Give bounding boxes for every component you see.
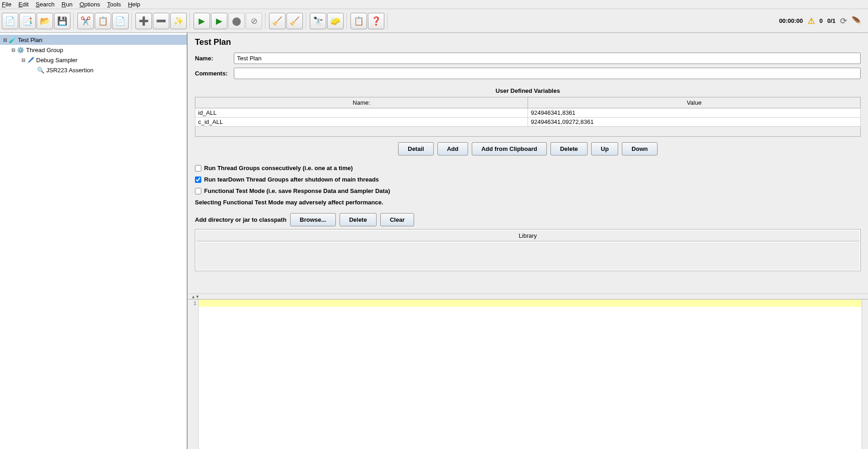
col-name: Name: <box>195 97 528 108</box>
broom-icon: 🧹 <box>272 17 282 25</box>
toggle-button[interactable]: ✨ <box>170 13 187 29</box>
clear-button[interactable]: 🧹 <box>269 13 286 29</box>
library-table[interactable]: Library <box>195 229 861 271</box>
clear-all-button[interactable]: 🧹 <box>286 13 303 29</box>
save-button[interactable]: 💾 <box>54 13 70 29</box>
tree-node-jsr223[interactable]: ⊟ 🔍 JSR223 Assertion <box>0 65 187 75</box>
warning-icon[interactable]: ⚠ <box>808 16 815 26</box>
table-row[interactable]: id_ALL 924946341,8361 <box>195 108 861 118</box>
comments-input[interactable] <box>234 68 861 79</box>
threads-icon[interactable]: ⟳ <box>840 16 847 26</box>
reset-search-button[interactable]: 🧽 <box>327 13 344 29</box>
functional-note: Selecting Functional Test Mode may adver… <box>195 199 861 206</box>
new-button[interactable]: 📄 <box>2 13 18 29</box>
tree-node-threadgroup[interactable]: ⊟ ⚙️ Thread Group <box>0 45 187 55</box>
tree-node-testplan[interactable]: ⊟ 🧪 Test Plan <box>0 35 187 45</box>
editor-body[interactable] <box>199 299 862 449</box>
shutdown-button[interactable]: ⊘ <box>246 13 262 29</box>
copy-icon: 📋 <box>98 17 108 25</box>
tree-label: Test Plan <box>18 37 42 43</box>
menu-edit[interactable]: Edit <box>18 1 28 8</box>
content-panel: Test Plan Name: Comments: User Defined V… <box>188 33 868 294</box>
panel-title: Test Plan <box>195 37 861 47</box>
file-icon: 📄 <box>5 17 15 25</box>
detail-button[interactable]: Detail <box>398 142 433 155</box>
teardown-checkbox[interactable] <box>195 176 201 183</box>
menu-help[interactable]: Help <box>128 1 140 8</box>
functional-checkbox[interactable] <box>195 188 201 194</box>
sampler-icon: 🖊️ <box>27 56 35 64</box>
editor-current-line <box>199 299 862 307</box>
shutdown-icon: ⊘ <box>251 17 258 25</box>
wand-icon: ✨ <box>173 17 183 25</box>
cell-value[interactable]: 924946341,8361 <box>528 108 861 118</box>
editor-scrollbar[interactable] <box>862 299 868 449</box>
teardown-label: Run tearDown Thread Groups after shutdow… <box>204 176 379 183</box>
save-icon: 💾 <box>57 17 67 25</box>
menu-options[interactable]: Options <box>80 1 100 8</box>
search-button[interactable]: 🔭 <box>310 13 326 29</box>
cell-name[interactable]: id_ALL <box>195 108 528 118</box>
open-button[interactable]: 📂 <box>37 13 53 29</box>
udv-table[interactable]: Name: Value id_ALL 924946341,8361 c_id_A… <box>195 97 861 127</box>
add-clipboard-button[interactable]: Add from Clipboard <box>472 142 547 155</box>
stop-icon: ⬤ <box>232 17 241 25</box>
error-count: 0 <box>819 17 823 24</box>
tree-label: Thread Group <box>26 47 63 53</box>
line-number: 1 <box>189 300 196 306</box>
add-button[interactable]: Add <box>437 142 468 155</box>
threadgroup-icon: ⚙️ <box>16 46 25 54</box>
binoculars-icon: 🔭 <box>313 17 323 25</box>
clear-classpath-button[interactable]: Clear <box>380 213 415 226</box>
copy-button[interactable]: 📋 <box>95 13 111 29</box>
menu-file[interactable]: File <box>2 1 11 8</box>
table-row[interactable]: c_id_ALL 924946341,09272,8361 <box>195 118 861 127</box>
paste-button[interactable]: 📄 <box>112 13 129 29</box>
delete-classpath-button[interactable]: Delete <box>340 213 377 226</box>
tree-toggle-icon[interactable]: ⊟ <box>2 37 8 43</box>
menu-tools[interactable]: Tools <box>107 1 121 8</box>
udv-header: User Defined Variables <box>195 87 861 94</box>
templates-button[interactable]: 📑 <box>19 13 36 29</box>
down-button[interactable]: Down <box>622 142 657 155</box>
stop-button[interactable]: ⬤ <box>228 13 245 29</box>
menu-search[interactable]: Search <box>36 1 54 8</box>
library-empty[interactable] <box>196 242 859 270</box>
tree-panel[interactable]: ⊟ 🧪 Test Plan ⊟ ⚙️ Thread Group ⊟ 🖊️ Deb… <box>0 33 188 449</box>
cell-name[interactable]: c_id_ALL <box>195 118 528 127</box>
function-helper-button[interactable]: 📋 <box>350 13 367 29</box>
consecutive-label: Run Thread Groups consecutively (i.e. on… <box>204 165 353 171</box>
splitter-arrows-icon: ▲▼ <box>191 294 199 299</box>
tree-node-debugsampler[interactable]: ⊟ 🖊️ Debug Sampler <box>0 55 187 65</box>
toolbar: 📄 📑 📂 💾 ✂️ 📋 📄 ➕ ➖ ✨ ▶ ▶ ⬤ ⊘ 🧹 🧹 🔭 🧽 📋 ❓… <box>0 9 868 33</box>
classpath-label: Add directory or jar to classpath <box>195 216 286 223</box>
clear-search-icon: 🧽 <box>330 17 340 25</box>
browse-button[interactable]: Browse... <box>290 213 336 226</box>
cut-button[interactable]: ✂️ <box>77 13 94 29</box>
start-no-pause-button[interactable]: ▶ <box>211 13 227 29</box>
splitter-handle[interactable]: ▲▼ <box>188 294 868 299</box>
tree-toggle-icon[interactable]: ⊟ <box>10 48 16 53</box>
tree-label: Debug Sampler <box>36 57 77 64</box>
menu-run[interactable]: Run <box>62 1 73 8</box>
table-empty-area[interactable] <box>195 127 861 137</box>
start-button[interactable]: ▶ <box>194 13 210 29</box>
tree-toggle-icon[interactable]: ⊟ <box>20 58 27 63</box>
play-icon: ▶ <box>199 17 205 25</box>
list-icon: 📋 <box>354 17 364 25</box>
help-button[interactable]: ❓ <box>368 13 384 29</box>
collapse-button[interactable]: ➖ <box>153 13 169 29</box>
menubar: File Edit Search Run Options Tools Help <box>0 0 868 9</box>
name-input[interactable] <box>234 53 861 64</box>
help-icon: ❓ <box>371 17 381 25</box>
template-icon: 📑 <box>22 17 32 25</box>
library-header: Library <box>196 230 859 241</box>
up-button[interactable]: Up <box>591 142 618 155</box>
delete-button[interactable]: Delete <box>550 142 588 155</box>
expand-tree-icon[interactable]: 🪶 <box>852 16 862 26</box>
expand-button[interactable]: ➕ <box>135 13 152 29</box>
cell-value[interactable]: 924946341,09272,8361 <box>528 118 861 127</box>
consecutive-checkbox[interactable] <box>195 165 201 171</box>
play-plus-icon: ▶ <box>216 17 222 25</box>
folder-open-icon: 📂 <box>40 17 50 25</box>
